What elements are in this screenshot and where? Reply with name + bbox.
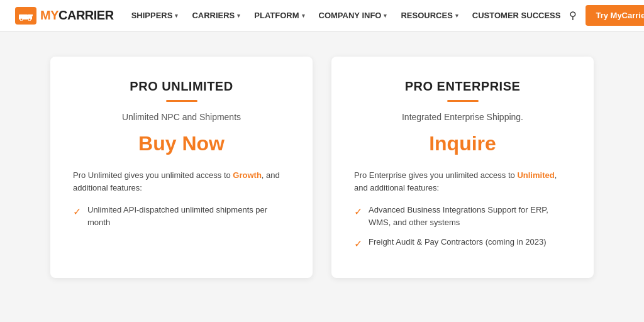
nav-item-carriers[interactable]: CARRIERS ▾ [186, 0, 247, 31]
inquire-button[interactable]: Inquire [354, 132, 571, 155]
logo[interactable]: MYCARRIER [15, 7, 114, 25]
check-icon: ✓ [354, 236, 362, 252]
pro-unlimited-title: PRO UNLIMITED [73, 79, 290, 94]
chevron-down-icon: ▾ [455, 13, 458, 19]
growth-link[interactable]: Growth [233, 170, 262, 180]
pro-unlimited-divider [166, 100, 197, 102]
feature-item: ✓ Freight Audit & Pay Contractors (comin… [354, 236, 571, 252]
nav-item-customer-success[interactable]: CUSTOMER SUCCESS [466, 0, 567, 31]
pro-unlimited-card: PRO UNLIMITED Unlimited NPC and Shipment… [50, 57, 313, 278]
feature-item: ✓ Advanced Business Integrations Support… [354, 204, 571, 228]
chevron-down-icon: ▾ [302, 13, 305, 19]
svg-point-3 [28, 18, 31, 21]
chevron-down-icon: ▾ [384, 13, 387, 19]
svg-marker-4 [28, 14, 33, 16]
pro-enterprise-card: PRO ENTERPRISE Integrated Enterprise Shi… [331, 57, 594, 278]
check-icon: ✓ [354, 204, 362, 219]
pro-enterprise-title: PRO ENTERPRISE [354, 79, 571, 94]
nav-links: SHIPPERS ▾ CARRIERS ▾ PLATFORM ▾ COMPANY… [125, 0, 567, 31]
check-icon: ✓ [73, 204, 81, 219]
logo-text: MYCARRIER [40, 8, 114, 23]
pro-enterprise-description: Pro Enterprise gives you unlimited acces… [354, 169, 571, 194]
logo-icon [15, 7, 36, 25]
pro-unlimited-subtitle: Unlimited NPC and Shipments [73, 112, 290, 122]
main-content: PRO UNLIMITED Unlimited NPC and Shipment… [0, 31, 644, 303]
pro-enterprise-features: ✓ Advanced Business Integrations Support… [354, 204, 571, 252]
try-free-button[interactable]: Try MyCarrierTMS for Free [586, 5, 644, 26]
nav-actions: ⚲ Try MyCarrierTMS for Free [567, 5, 644, 26]
nav-item-company-info[interactable]: COMPANY INFO ▾ [313, 0, 394, 31]
nav-item-shippers[interactable]: SHIPPERS ▾ [125, 0, 185, 31]
svg-point-2 [20, 18, 23, 21]
buy-now-button[interactable]: Buy Now [73, 132, 290, 155]
chevron-down-icon: ▾ [237, 13, 240, 19]
unlimited-link[interactable]: Unlimited [517, 170, 554, 180]
chevron-down-icon: ▾ [175, 13, 178, 19]
search-button[interactable]: ⚲ [567, 7, 579, 24]
pro-unlimited-description: Pro Unlimited gives you unlimited access… [73, 169, 290, 194]
pro-enterprise-divider [447, 100, 479, 102]
navbar: MYCARRIER SHIPPERS ▾ CARRIERS ▾ PLATFORM… [0, 0, 644, 31]
pro-unlimited-features: ✓ Unlimited API-dispatched unlimited shi… [73, 204, 290, 228]
pro-enterprise-subtitle: Integrated Enterprise Shipping. [354, 112, 571, 122]
nav-item-resources[interactable]: RESOURCES ▾ [394, 0, 464, 31]
feature-item: ✓ Unlimited API-dispatched unlimited shi… [73, 204, 290, 228]
nav-item-platform[interactable]: PLATFORM ▾ [248, 0, 311, 31]
